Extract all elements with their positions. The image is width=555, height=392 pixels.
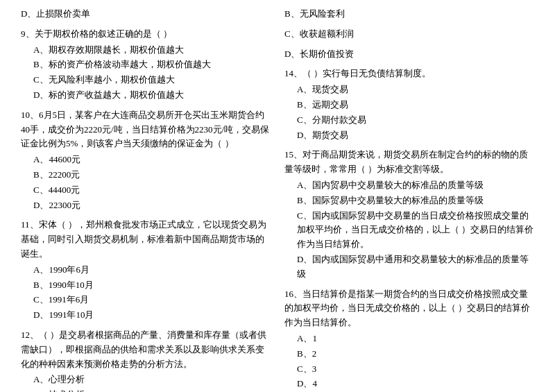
question-14: 14、（ ）实行每日无负债结算制度。 A、现货交易 B、远期交易 C、分期付款交… — [284, 67, 534, 142]
q15-option-a: A、国内贸易中交易量较大的标准品的质量等级 — [284, 178, 534, 193]
q11-option-c: C、1991年6月 — [21, 293, 271, 307]
q9-option-c: C、无风险利率越小，期权价值越大 — [21, 73, 271, 87]
q10-text: 10、6月5日，某客户在大连商品交易所开仓买出玉米期货合约40手，成交价为222… — [21, 108, 271, 151]
q12-text: 12、（ ）是交易者根据商品的产量、消费量和库存量（或者供需缺口），即根据商品的… — [21, 328, 271, 371]
question-9: 9、关于期权价格的叙述正确的是（ ） A、期权存效期限越长，期权价值越大 B、标… — [21, 27, 271, 103]
q10-option-b: B、22200元 — [21, 168, 271, 182]
q14-option-d: D、期货交易 — [284, 128, 534, 143]
question-15: 15、对于商品期货来说，期货交易所在制定合约的标的物的质量等级时，常常用（ ）为… — [284, 148, 534, 281]
q14-option-b: B、远期交易 — [284, 98, 534, 112]
question-12: 12、（ ）是交易者根据商品的产量、消费量和库存量（或者供需缺口），即根据商品的… — [21, 328, 271, 392]
q12-option-a: A、心理分析 — [21, 373, 271, 387]
two-column-layout: D、止损限价卖单 9、关于期权价格的叙述正确的是（ ） A、期权存效期限越长，期… — [21, 7, 534, 392]
question-10: 10、6月5日，某客户在大连商品交易所开仓买出玉米期货合约40手，成交价为222… — [21, 108, 271, 213]
question-16: 16、当日结算价是指某一期货合约的当日成交价格按照成交量的加权平均价，当日无成交… — [284, 287, 534, 392]
q10-option-c: C、44400元 — [21, 183, 271, 198]
question-11: 11、宋体（ ），郑州粮食批发市场正式成立，它以现货交易为基础，同时引入期货交易… — [21, 218, 271, 323]
option-c-right: C、收获超额利润 — [284, 27, 534, 42]
q9-text: 9、关于期权价格的叙述正确的是（ ） — [21, 27, 271, 42]
q14-text: 14、（ ）实行每日无负债结算制度。 — [284, 67, 534, 81]
q-d-text: D、止损限价卖单 — [21, 7, 271, 22]
q10-option-d: D、22300元 — [21, 198, 271, 213]
q14-option-a: A、现货交易 — [284, 83, 534, 97]
q15-text: 15、对于商品期货来说，期货交易所在制定合约的标的物的质量等级时，常常用（ ）为… — [284, 148, 534, 177]
q15-option-c: C、国内或国际贸易中交易量的当日成交价格按照成交量的加权平均价，当日无成交价格的… — [284, 209, 534, 252]
q11-option-b: B、1990年10月 — [21, 278, 271, 293]
q16-option-a: A、1 — [284, 332, 534, 346]
right-column: B、无风险套利 C、收获超额利润 D、长期价值投资 14、（ ）实行每日无负债结… — [284, 7, 534, 392]
opt-b-text: B、无风险套利 — [284, 7, 534, 22]
q16-option-d: D、4 — [284, 377, 534, 391]
q11-option-a: A、1990年6月 — [21, 263, 271, 278]
q9-option-a: A、期权存效期限越长，期权价值越大 — [21, 43, 271, 58]
question-d-left: D、止损限价卖单 — [21, 7, 271, 22]
option-d-right: D、长期价值投资 — [284, 47, 534, 62]
q16-text: 16、当日结算价是指某一期货合约的当日成交价格按照成交量的加权平均价，当日无成交… — [284, 287, 534, 330]
q14-option-c: C、分期付款交易 — [284, 113, 534, 128]
q11-option-d: D、1991年10月 — [21, 308, 271, 323]
page-container: D、止损限价卖单 9、关于期权价格的叙述正确的是（ ） A、期权存效期限越长，期… — [21, 7, 534, 392]
q9-option-b: B、标的资产价格波动率越大，期权价值越大 — [21, 58, 271, 72]
q10-option-a: A、44600元 — [21, 153, 271, 167]
opt-c-text: C、收获超额利润 — [284, 27, 534, 42]
left-column: D、止损限价卖单 9、关于期权价格的叙述正确的是（ ） A、期权存效期限越长，期… — [21, 7, 271, 392]
q12-option-b: B、技术分析 — [21, 388, 271, 392]
q16-option-b: B、2 — [284, 347, 534, 361]
opt-d-text: D、长期价值投资 — [284, 47, 534, 62]
option-b-right: B、无风险套利 — [284, 7, 534, 22]
q9-option-d: D、标的资产收益越大，期权价值越大 — [21, 88, 271, 103]
q15-option-d: D、国内或国际贸易中通用和交易量较大的标准品的质量等级 — [284, 253, 534, 282]
q15-option-b: B、国际贸易中交易量较大的标准品的质量等级 — [284, 194, 534, 208]
q16-option-c: C、3 — [284, 362, 534, 377]
q11-text: 11、宋体（ ），郑州粮食批发市场正式成立，它以现货交易为基础，同时引入期货交易… — [21, 218, 271, 261]
